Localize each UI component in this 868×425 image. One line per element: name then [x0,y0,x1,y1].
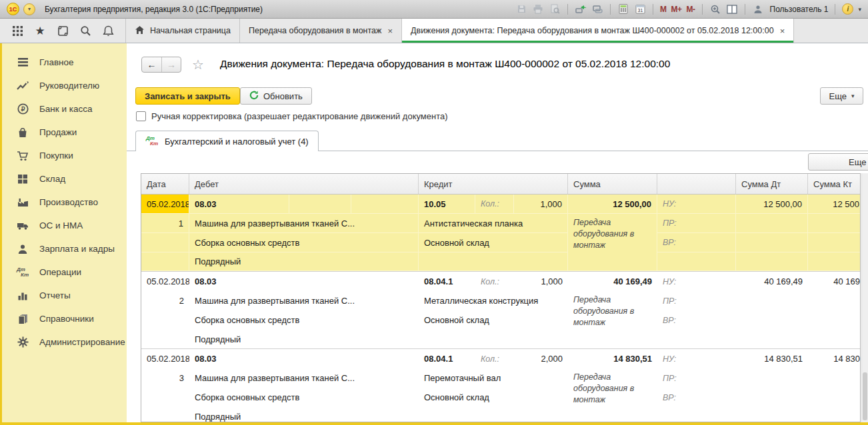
column-header-tax[interactable] [657,174,736,194]
cell-qty[interactable]: 2,000 [514,349,568,368]
memory-m-button[interactable]: M [660,5,667,14]
table-more-button[interactable]: Еще ▾ [808,153,868,171]
cell-qty[interactable]: 1,000 [514,195,568,214]
print-icon[interactable] [532,3,544,15]
table-row[interactable]: 05.02.2018 08.03 08.04.1 Кол.: 1,000 40 … [141,271,861,348]
scrollbar-thumb[interactable] [863,372,867,420]
history-icon[interactable] [56,24,69,37]
cell-date[interactable]: 05.02.2018 [141,272,189,291]
favorite-star-icon[interactable]: ☆ [192,57,204,73]
cell-amount[interactable]: 40 169,49 [568,272,657,291]
tab-equipment-transfer[interactable]: Передача оборудования в монтаж × [240,19,402,43]
calculator-icon[interactable] [617,3,629,15]
apps-grid-icon[interactable] [11,24,24,37]
forward-button[interactable]: → [161,57,181,72]
cell-debit-analytic[interactable]: Сборка основных средств [189,233,419,252]
cell-amount-dt[interactable]: 12 500,00 [736,195,808,214]
cell-debit-analytic[interactable]: Машина для развертывания тканей С... [189,214,419,233]
column-header-credit[interactable]: Кредит [419,174,568,194]
cell-debit-analytic[interactable]: Сборка основных средств [189,388,419,407]
cell-debit-account[interactable]: 08.03 [189,272,419,291]
close-icon[interactable]: × [780,26,785,36]
tab-document-movements[interactable]: Движения документа: Передача оборудовани… [402,19,794,43]
cell-credit-account[interactable]: 08.04.1 [419,272,475,291]
cell-debit-analytic[interactable]: Подрядный [189,330,419,348]
table-row[interactable]: 05.02.2018 08.03 10.05 Кол.: 1,000 12 50… [141,195,861,271]
print-link-icon[interactable] [591,3,603,15]
tab-home[interactable]: Начальная страница [126,19,240,43]
cell-debit-analytic[interactable]: Подрядный [189,407,419,422]
sidebar-item-operations[interactable]: ДтКт Операции [0,260,127,284]
cell-credit-analytic[interactable]: Антистатическая планка [419,214,568,233]
cell-date[interactable]: 05.02.2018 [141,349,189,368]
cell-debit-analytic[interactable]: Машина для развертывания тканей С... [189,368,419,388]
sidebar-item-payroll-hr[interactable]: Зарплата и кадры [0,237,127,260]
attach-link-icon[interactable] [575,3,587,15]
memory-m-plus-button[interactable]: M+ [671,5,682,14]
split-window-icon[interactable] [726,3,738,15]
cell-amount[interactable]: 14 830,51 [568,349,657,368]
cell-debit-analytic[interactable]: Подрядный [189,252,419,271]
cell-vr-label: ВР: [657,233,736,252]
sidebar-item-production[interactable]: Производство [0,191,127,214]
cell-amount-dt[interactable]: 14 830,51 [736,349,808,368]
cell-credit-account[interactable]: 10.05 [419,195,475,214]
manual-adjustment-checkbox[interactable] [136,111,146,121]
sidebar-item-main[interactable]: Главное [0,51,127,74]
main-menu-button[interactable]: ▾ [23,3,35,15]
sidebar-item-fixed-assets[interactable]: ОС и НМА [0,214,127,237]
tab-accounting-tax[interactable]: ДтКт Бухгалтерский и налоговый учет (4) [135,131,319,151]
cell-date[interactable]: 05.02.2018 [141,195,189,214]
search-icon[interactable] [79,24,92,37]
info-button[interactable]: i [842,3,853,15]
column-header-amount-kt[interactable]: Сумма Кт [808,174,861,194]
print-preview-icon[interactable] [549,3,561,15]
sidebar-item-sales[interactable]: Продажи [0,121,127,144]
cell-credit-account[interactable]: 08.04.1 [419,349,475,368]
chevron-down-icon[interactable]: ▾ [858,6,861,13]
cell-row-number: 2 [141,291,189,310]
cell-debit-analytic[interactable]: Сборка основных средств [189,310,419,330]
column-header-amount-dt[interactable]: Сумма Дт [736,174,808,194]
sidebar-item-references[interactable]: Справочники [0,307,127,330]
cell-debit-analytic[interactable]: Машина для развертывания тканей С... [189,291,419,310]
cell-credit-analytic[interactable]: Основной склад [419,233,568,252]
sidebar-item-reports[interactable]: Отчеты [0,284,127,307]
sidebar-item-warehouse[interactable]: Склад [0,167,127,191]
cell-amount-kt[interactable]: 12 500,00 [808,195,861,214]
cell-credit-analytic[interactable]: Основной склад [419,310,568,330]
zoom-icon[interactable] [709,3,721,15]
cell-debit-account[interactable]: 08.03 [189,349,419,368]
cell-debit-account[interactable]: 08.03 [189,195,289,214]
favorites-star-icon[interactable]: ★ [33,24,47,37]
close-icon[interactable]: × [387,26,393,36]
sidebar-item-manager[interactable]: Руководителю [0,74,127,97]
notifications-bell-icon[interactable] [101,24,115,37]
calendar-icon[interactable]: 31 [634,3,646,15]
cell-amount-dt[interactable]: 40 169,49 [736,272,808,291]
table-row[interactable]: 05.02.2018 08.03 08.04.1 Кол.: 2,000 14 … [141,348,861,422]
more-button[interactable]: Еще ▾ [820,87,863,105]
back-button[interactable]: ← [142,57,161,72]
cell-credit-analytic[interactable]: Металлическая конструкция [419,291,568,310]
column-header-date[interactable]: Дата [141,174,189,194]
column-header-debit[interactable]: Дебет [189,174,419,194]
cell-amount-kt[interactable]: 40 169,49 [808,272,861,291]
cell-credit-analytic[interactable]: Основной склад [419,388,568,407]
current-user-label[interactable]: Пользователь 1 [770,5,829,14]
cell-amount[interactable]: 12 500,00 [568,195,657,214]
sidebar-item-administration[interactable]: Администрирование [0,330,127,354]
vertical-scrollbar[interactable] [861,173,868,422]
cell-empty [141,252,189,271]
column-header-amount[interactable]: Сумма [568,174,657,194]
cell-empty [419,252,568,271]
cell-qty[interactable]: 1,000 [514,272,568,291]
save-icon[interactable] [515,3,527,15]
sidebar-item-bank-cash[interactable]: ₽ Банк и касса [0,97,127,121]
memory-m-minus-button[interactable]: M- [687,5,695,14]
cell-amount-kt[interactable]: 14 830,51 [808,349,861,368]
cell-credit-analytic[interactable]: Перемотачный вал [419,368,568,388]
refresh-button[interactable]: Обновить [240,87,312,105]
sidebar-item-purchases[interactable]: Покупки [0,144,127,167]
save-and-close-button[interactable]: Записать и закрыть [135,87,240,105]
